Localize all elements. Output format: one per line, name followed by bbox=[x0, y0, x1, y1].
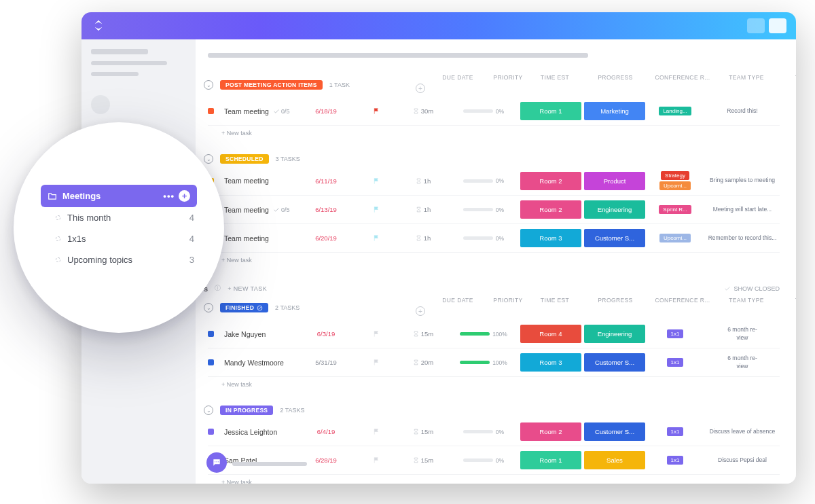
notes-cell[interactable]: Bring samples to meeting bbox=[705, 177, 780, 184]
team-type-chip[interactable]: Product bbox=[584, 172, 645, 190]
due-date[interactable]: 6/11/19 bbox=[299, 177, 353, 185]
status-group-header[interactable]: ⌄ SCHEDULED 3 TASKS bbox=[204, 154, 780, 164]
team-type-chip[interactable]: Customer S... bbox=[584, 422, 645, 441]
info-icon[interactable]: ⓘ bbox=[215, 284, 221, 293]
top-button-2[interactable] bbox=[769, 18, 786, 33]
notes-cell[interactable]: Remember to record this... bbox=[705, 234, 780, 242]
topic-tag[interactable]: Upcomi... bbox=[659, 181, 691, 190]
task-row[interactable]: Jake Nguyen 6/3/19 15m 100% Room 4 Engin… bbox=[208, 320, 780, 348]
topic-tag[interactable]: 1x1 bbox=[667, 427, 684, 436]
notes-cell[interactable]: Meeting will start late... bbox=[705, 206, 780, 213]
time-estimate[interactable]: 1h bbox=[399, 234, 447, 242]
time-estimate[interactable]: 20m bbox=[399, 359, 447, 366]
task-row[interactable]: Mandy Westmoore 5/31/19 20m 100% Room 3 … bbox=[208, 348, 780, 377]
new-task-button[interactable]: + New task bbox=[208, 377, 780, 396]
new-task-button[interactable]: + New task bbox=[208, 253, 780, 272]
show-closed-toggle[interactable]: SHOW CLOSED bbox=[724, 285, 780, 292]
due-date[interactable]: 5/31/19 bbox=[299, 359, 353, 366]
collapse-icon[interactable]: ⌄ bbox=[204, 154, 213, 164]
topic-tag[interactable]: Sprint R... bbox=[659, 205, 691, 214]
priority-cell[interactable] bbox=[356, 177, 397, 185]
notes-cell[interactable]: 6 month re-view bbox=[705, 355, 780, 370]
progress-cell[interactable]: 0% bbox=[450, 457, 518, 464]
new-task-button[interactable]: + New task bbox=[208, 475, 780, 484]
team-type-chip[interactable]: Sales bbox=[584, 451, 645, 469]
task-row[interactable]: Team meeting 0/5 6/18/19 30m 0% Room 1 M… bbox=[208, 97, 780, 126]
team-type-chip[interactable]: Customer S... bbox=[584, 353, 645, 372]
sidebar-list-item[interactable]: 1x1s 4 bbox=[41, 228, 197, 249]
conference-room-chip[interactable]: Room 2 bbox=[520, 422, 581, 441]
topic-tag[interactable]: Strategy bbox=[661, 171, 689, 180]
team-type-chip[interactable]: Marketing bbox=[584, 102, 645, 120]
new-task-button[interactable]: + New task bbox=[208, 126, 780, 145]
time-estimate[interactable]: 15m bbox=[399, 428, 447, 435]
folder-menu-icon[interactable]: ••• bbox=[163, 191, 175, 201]
collapse-icon[interactable]: ⌄ bbox=[204, 406, 213, 415]
progress-cell[interactable]: 0% bbox=[450, 177, 518, 184]
progress-cell[interactable]: 0% bbox=[450, 108, 518, 115]
sidebar-list-item[interactable]: Upcoming topics 3 bbox=[41, 249, 197, 270]
conference-room-chip[interactable]: Room 1 bbox=[520, 451, 581, 469]
due-date[interactable]: 6/13/19 bbox=[299, 206, 353, 213]
topic-tag[interactable]: Landing... bbox=[659, 107, 691, 115]
due-date[interactable]: 6/18/19 bbox=[299, 107, 353, 115]
progress-cell[interactable]: 100% bbox=[450, 359, 518, 366]
time-estimate[interactable]: 30m bbox=[399, 107, 447, 115]
topic-tag[interactable]: 1x1 bbox=[667, 358, 684, 367]
folder-add-button[interactable]: + bbox=[179, 190, 190, 202]
topic-tag[interactable]: 1x1 bbox=[667, 329, 684, 338]
priority-cell[interactable] bbox=[356, 456, 397, 464]
notes-cell[interactable]: Discuss Pepsi deal bbox=[705, 456, 780, 464]
team-type-chip[interactable]: Engineering bbox=[584, 200, 645, 219]
task-row[interactable]: Sam Patel 6/28/19 15m 0% Room 1 Sales 1x… bbox=[208, 446, 780, 475]
task-row[interactable]: Team meeting 0/5 6/13/19 1h 0% Room 2 En… bbox=[208, 196, 780, 224]
notes-cell[interactable]: 6 month re-view bbox=[705, 326, 780, 341]
collapse-icon[interactable]: ⌄ bbox=[204, 80, 213, 90]
team-type-chip[interactable]: Engineering bbox=[584, 325, 645, 343]
due-date[interactable]: 6/4/19 bbox=[299, 428, 353, 435]
new-task-button[interactable]: + NEW TASK bbox=[228, 285, 267, 292]
sidebar-avatar[interactable] bbox=[91, 95, 110, 114]
sidebar-list-item[interactable]: This month 4 bbox=[41, 207, 197, 228]
time-estimate[interactable]: 15m bbox=[399, 456, 447, 464]
conference-room-chip[interactable]: Room 3 bbox=[520, 229, 581, 247]
priority-cell[interactable] bbox=[356, 107, 397, 115]
notes-cell[interactable]: Discuss leave of absence bbox=[705, 428, 780, 435]
notes-cell[interactable]: Record this! bbox=[705, 107, 780, 115]
task-row[interactable]: Jessica Leighton 6/4/19 15m 0% Room 2 Cu… bbox=[208, 418, 780, 446]
progress-cell[interactable]: 0% bbox=[450, 235, 518, 242]
progress-cell[interactable]: 100% bbox=[450, 331, 518, 338]
priority-cell[interactable] bbox=[356, 330, 397, 338]
topic-tag[interactable]: 1x1 bbox=[667, 456, 684, 465]
collapse-icon[interactable]: ⌄ bbox=[204, 303, 213, 312]
time-estimate[interactable]: 1h bbox=[399, 177, 447, 185]
task-row[interactable]: Team meeting 6/20/19 1h 0% Room 3 Custom… bbox=[208, 224, 780, 253]
team-type-chip[interactable]: Customer S... bbox=[584, 229, 645, 247]
topic-tag[interactable]: Upcomi... bbox=[659, 234, 691, 242]
due-date[interactable]: 6/28/19 bbox=[299, 456, 353, 464]
priority-cell[interactable] bbox=[356, 359, 397, 366]
top-button-1[interactable] bbox=[747, 18, 765, 33]
conference-room-chip[interactable]: Room 2 bbox=[520, 200, 581, 219]
due-date[interactable]: 6/3/19 bbox=[299, 330, 353, 338]
priority-cell[interactable] bbox=[356, 206, 397, 213]
conference-room-chip[interactable]: Room 3 bbox=[520, 353, 581, 372]
progress-cell[interactable]: 0% bbox=[450, 429, 518, 435]
add-column-button[interactable]: + bbox=[416, 306, 425, 316]
folder-row-meetings[interactable]: Meetings ••• + bbox=[41, 185, 197, 207]
time-estimate[interactable]: 1h bbox=[399, 206, 447, 213]
due-date[interactable]: 6/20/19 bbox=[299, 234, 353, 242]
conference-room-chip[interactable]: Room 4 bbox=[520, 325, 581, 343]
chat-fab[interactable] bbox=[206, 452, 227, 473]
add-column-button[interactable]: + bbox=[416, 84, 425, 93]
priority-cell[interactable] bbox=[356, 428, 397, 435]
progress-cell[interactable]: 0% bbox=[450, 206, 518, 213]
status-group-header[interactable]: ⌄ POST MEETING ACTION ITEMS 1 TASK bbox=[204, 80, 412, 90]
status-group-header[interactable]: ⌄ FINISHED 2 TASKS bbox=[204, 303, 412, 312]
priority-cell[interactable] bbox=[356, 234, 397, 242]
task-row[interactable]: Team meeting 6/11/19 1h 0% Room 2 Produc… bbox=[208, 166, 780, 196]
time-estimate[interactable]: 15m bbox=[399, 330, 447, 338]
status-group-header[interactable]: ⌄ IN PROGRESS 2 TASKS bbox=[204, 406, 780, 415]
conference-room-chip[interactable]: Room 2 bbox=[520, 172, 581, 190]
conference-room-chip[interactable]: Room 1 bbox=[520, 102, 581, 120]
